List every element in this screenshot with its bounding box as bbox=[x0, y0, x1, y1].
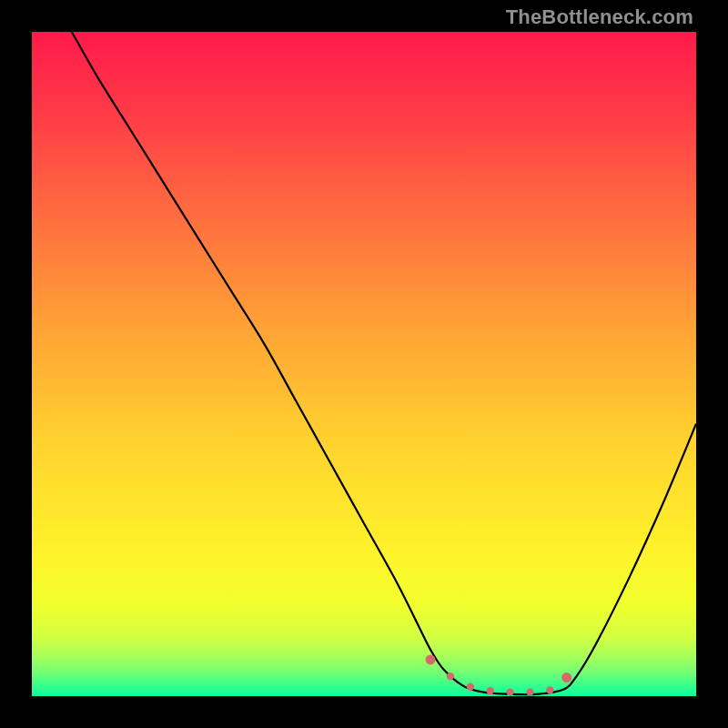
bottleneck-curve bbox=[32, 32, 696, 696]
marker-dot bbox=[447, 672, 454, 680]
marker-dot bbox=[467, 683, 474, 691]
marker-dot bbox=[506, 688, 513, 695]
watermark-text: TheBottleneck.com bbox=[506, 5, 693, 29]
marker-dot bbox=[546, 686, 553, 693]
marker-dot bbox=[561, 672, 571, 682]
chart-frame: TheBottleneck.com bbox=[0, 0, 728, 728]
marker-dot bbox=[526, 688, 533, 695]
plot-area bbox=[32, 32, 696, 696]
marker-dot bbox=[426, 654, 436, 664]
marker-dot bbox=[487, 687, 494, 694]
